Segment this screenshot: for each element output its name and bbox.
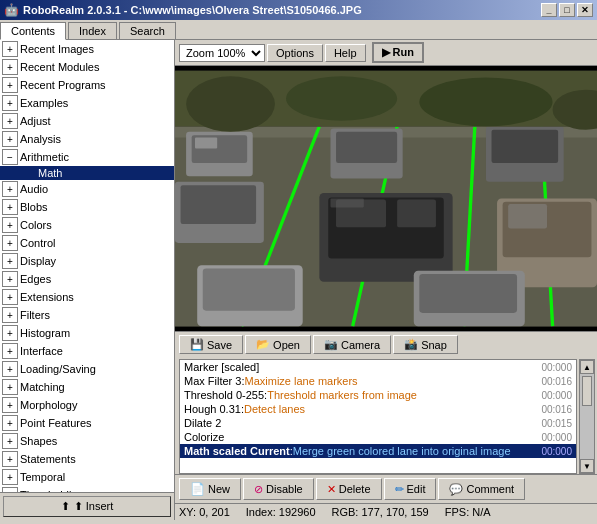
program-list-item[interactable]: Hough 0.31 : Detect lanes00:016	[180, 402, 576, 416]
tab-contents[interactable]: Contents	[0, 22, 66, 40]
tree-expander[interactable]: +	[2, 307, 18, 323]
tab-index[interactable]: Index	[68, 22, 117, 39]
tree-expander[interactable]: −	[2, 149, 18, 165]
edit-button[interactable]: ✏ Edit	[384, 478, 437, 500]
save-button[interactable]: 💾 Save	[179, 335, 243, 354]
tree-expander[interactable]: +	[2, 433, 18, 449]
program-list-item[interactable]: Threshold 0-255 : Threshold markers from…	[180, 388, 576, 402]
scroll-thumb[interactable]	[582, 376, 592, 406]
fps-status: FPS: N/A	[445, 506, 491, 518]
tree-expander[interactable]: +	[2, 397, 18, 413]
options-button[interactable]: Options	[267, 44, 323, 62]
snap-button[interactable]: 📸 Snap	[393, 335, 458, 354]
run-button[interactable]: ▶ Run	[372, 42, 424, 63]
sidebar-item-loading-saving[interactable]: +Loading/Saving	[0, 360, 174, 378]
disable-button[interactable]: ⊘ Disable	[243, 478, 314, 500]
window-controls[interactable]: _ □ ✕	[541, 3, 593, 17]
tree-expander[interactable]: +	[2, 77, 18, 93]
tree-expander[interactable]: +	[2, 379, 18, 395]
delete-button[interactable]: ✕ Delete	[316, 478, 382, 500]
program-list-item[interactable]: Math scaled Current : Merge green colore…	[180, 444, 576, 458]
tree-expander[interactable]: +	[2, 415, 18, 431]
tree-expander[interactable]: +	[2, 451, 18, 467]
tree-item-label: Edges	[20, 273, 51, 285]
app-icon: 🤖	[4, 3, 19, 17]
rgb-status: RGB: 177, 170, 159	[332, 506, 429, 518]
scroll-up-button[interactable]: ▲	[580, 360, 594, 374]
tree-item-label: Matching	[20, 381, 65, 393]
program-list-scrollbar[interactable]: ▲ ▼	[579, 359, 595, 474]
sidebar-item-arithmetic[interactable]: −Arithmetic	[0, 148, 174, 166]
program-list-item[interactable]: Colorize00:000	[180, 430, 576, 444]
program-list-item[interactable]: Dilate 200:015	[180, 416, 576, 430]
tree-expander[interactable]: +	[2, 199, 18, 215]
comment-button[interactable]: 💬 Comment	[438, 478, 525, 500]
sidebar-item-recent-modules[interactable]: +Recent Modules	[0, 58, 174, 76]
tree-expander[interactable]: +	[2, 325, 18, 341]
sidebar-item-extensions[interactable]: +Extensions	[0, 288, 174, 306]
prog-detail: Threshold markers from image	[267, 389, 417, 401]
sidebar-item-recent-images[interactable]: +Recent Images	[0, 40, 174, 58]
program-list-item[interactable]: Max Filter 3 : Maximize lane markers00:0…	[180, 374, 576, 388]
sidebar-item-math[interactable]: Math	[0, 166, 174, 180]
minimize-button[interactable]: _	[541, 3, 557, 17]
tree-item-label: Temporal	[20, 471, 65, 483]
tree-expander[interactable]: +	[2, 343, 18, 359]
scroll-down-button[interactable]: ▼	[580, 459, 594, 473]
sidebar-item-point-features[interactable]: +Point Features	[0, 414, 174, 432]
sidebar-item-control[interactable]: +Control	[0, 234, 174, 252]
tree-expander[interactable]: +	[2, 131, 18, 147]
tree-item-label: Interface	[20, 345, 63, 357]
tree-expander[interactable]: +	[2, 217, 18, 233]
svg-point-31	[286, 76, 397, 120]
insert-button[interactable]: ⬆ ⬆ Insert	[3, 496, 171, 517]
sidebar-item-colors[interactable]: +Colors	[0, 216, 174, 234]
sidebar-item-display[interactable]: +Display	[0, 252, 174, 270]
tab-search[interactable]: Search	[119, 22, 176, 39]
delete-label: Delete	[339, 483, 371, 495]
tree-expander[interactable]: +	[2, 469, 18, 485]
new-label: New	[208, 483, 230, 495]
prog-time: 00:016	[530, 376, 572, 387]
sidebar-item-morphology[interactable]: +Morphology	[0, 396, 174, 414]
tree-expander[interactable]: +	[2, 235, 18, 251]
svg-rect-11	[336, 132, 397, 163]
sidebar-item-shapes[interactable]: +Shapes	[0, 432, 174, 450]
close-button[interactable]: ✕	[577, 3, 593, 17]
program-list[interactable]: Marker [scaled]00:000Max Filter 3 : Maxi…	[179, 359, 577, 474]
zoom-select[interactable]: Zoom 100% Zoom 50% Zoom 200%	[179, 44, 265, 62]
sidebar-item-temporal[interactable]: +Temporal	[0, 468, 174, 486]
sidebar-item-histogram[interactable]: +Histogram	[0, 324, 174, 342]
camera-button[interactable]: 📷 Camera	[313, 335, 391, 354]
tree-expander[interactable]: +	[2, 253, 18, 269]
prog-name: Dilate 2	[184, 417, 221, 429]
tree-expander[interactable]: +	[2, 113, 18, 129]
tree-expander[interactable]: +	[2, 95, 18, 111]
program-list-item[interactable]: Marker [scaled]00:000	[180, 360, 576, 374]
tree-expander[interactable]: +	[2, 271, 18, 287]
sidebar-item-recent-programs[interactable]: +Recent Programs	[0, 76, 174, 94]
tree-expander[interactable]: +	[2, 41, 18, 57]
sidebar-item-matching[interactable]: +Matching	[0, 378, 174, 396]
sidebar-item-adjust[interactable]: +Adjust	[0, 112, 174, 130]
help-button[interactable]: Help	[325, 44, 366, 62]
sidebar-item-audio[interactable]: +Audio	[0, 180, 174, 198]
tree-expander[interactable]: +	[2, 289, 18, 305]
maximize-button[interactable]: □	[559, 3, 575, 17]
open-label: Open	[273, 339, 300, 351]
sidebar-item-examples[interactable]: +Examples	[0, 94, 174, 112]
tree-expander[interactable]: +	[2, 181, 18, 197]
sidebar-item-analysis[interactable]: +Analysis	[0, 130, 174, 148]
sidebar-item-edges[interactable]: +Edges	[0, 270, 174, 288]
sidebar-item-blobs[interactable]: +Blobs	[0, 198, 174, 216]
tree-item-label: Recent Programs	[20, 79, 106, 91]
sidebar-item-interface[interactable]: +Interface	[0, 342, 174, 360]
sidebar-item-statements[interactable]: +Statements	[0, 450, 174, 468]
sidebar-item-filters[interactable]: +Filters	[0, 306, 174, 324]
open-button[interactable]: 📂 Open	[245, 335, 311, 354]
tree-expander[interactable]: +	[2, 361, 18, 377]
prog-detail: Merge green colored lane into original i…	[293, 445, 511, 457]
new-button[interactable]: 📄 New	[179, 478, 241, 500]
road-image	[175, 66, 597, 331]
tree-expander[interactable]: +	[2, 59, 18, 75]
